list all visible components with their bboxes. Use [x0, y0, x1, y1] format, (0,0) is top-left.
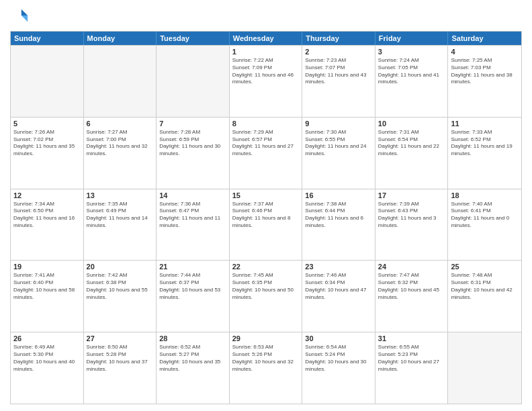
- cell-date-number: 31: [378, 334, 445, 342]
- cell-date-number: 6: [87, 120, 154, 128]
- calendar-cell: [448, 332, 521, 404]
- header-day-saturday: Saturday: [448, 32, 521, 45]
- page: SundayMondayTuesdayWednesdayThursdayFrid…: [0, 0, 532, 411]
- svg-marker-1: [21, 15, 28, 21]
- calendar-cell: 10Sunrise: 7:31 AMSunset: 6:54 PMDayligh…: [375, 118, 449, 189]
- calendar-cell: 22Sunrise: 7:45 AMSunset: 6:35 PMDayligh…: [230, 261, 303, 332]
- cell-info: Sunrise: 7:29 AMSunset: 6:57 PMDaylight:…: [232, 129, 300, 158]
- cell-date-number: 7: [159, 120, 226, 128]
- cell-info: Sunrise: 6:50 AMSunset: 5:28 PMDaylight:…: [87, 344, 154, 373]
- cell-date-number: 30: [305, 334, 372, 342]
- logo: [10, 7, 32, 26]
- calendar-row-1: 1Sunrise: 7:22 AMSunset: 7:09 PMDaylight…: [11, 45, 521, 117]
- calendar-cell: 26Sunrise: 6:49 AMSunset: 5:30 PMDayligh…: [11, 332, 84, 404]
- calendar-cell: 6Sunrise: 7:27 AMSunset: 7:00 PMDaylight…: [84, 118, 157, 189]
- calendar-cell: 31Sunrise: 6:55 AMSunset: 5:23 PMDayligh…: [375, 332, 449, 404]
- calendar-cell: [157, 46, 230, 117]
- cell-date-number: 20: [87, 263, 154, 271]
- calendar-row-2: 5Sunrise: 7:26 AMSunset: 7:02 PMDaylight…: [11, 117, 521, 189]
- cell-date-number: 18: [451, 191, 519, 199]
- cell-date-number: 23: [305, 263, 372, 271]
- cell-date-number: 13: [87, 191, 154, 199]
- cell-date-number: 3: [378, 48, 445, 56]
- cell-info: Sunrise: 7:34 AMSunset: 6:50 PMDaylight:…: [13, 201, 81, 230]
- cell-date-number: 1: [232, 48, 300, 56]
- header-day-monday: Monday: [84, 32, 157, 45]
- calendar-cell: 9Sunrise: 7:30 AMSunset: 6:55 PMDaylight…: [302, 118, 375, 189]
- cell-date-number: 15: [232, 191, 300, 199]
- cell-date-number: 17: [378, 191, 445, 199]
- calendar-cell: 15Sunrise: 7:37 AMSunset: 6:46 PMDayligh…: [230, 189, 303, 261]
- cell-info: Sunrise: 7:31 AMSunset: 6:54 PMDaylight:…: [378, 129, 445, 158]
- calendar-row-5: 26Sunrise: 6:49 AMSunset: 5:30 PMDayligh…: [11, 332, 521, 404]
- calendar-cell: 18Sunrise: 7:40 AMSunset: 6:41 PMDayligh…: [448, 189, 521, 261]
- calendar-cell: 11Sunrise: 7:33 AMSunset: 6:52 PMDayligh…: [448, 118, 521, 189]
- calendar-cell: 23Sunrise: 7:46 AMSunset: 6:34 PMDayligh…: [302, 261, 375, 332]
- cell-date-number: 19: [13, 263, 81, 271]
- cell-info: Sunrise: 7:37 AMSunset: 6:46 PMDaylight:…: [232, 201, 300, 230]
- cell-info: Sunrise: 7:40 AMSunset: 6:41 PMDaylight:…: [451, 201, 519, 230]
- calendar: SundayMondayTuesdayWednesdayThursdayFrid…: [10, 31, 522, 404]
- calendar-cell: 1Sunrise: 7:22 AMSunset: 7:09 PMDaylight…: [230, 46, 303, 117]
- calendar-cell: 30Sunrise: 6:54 AMSunset: 5:24 PMDayligh…: [302, 332, 375, 404]
- cell-info: Sunrise: 7:46 AMSunset: 6:34 PMDaylight:…: [305, 272, 372, 301]
- cell-date-number: 4: [451, 48, 519, 56]
- cell-info: Sunrise: 7:42 AMSunset: 6:38 PMDaylight:…: [87, 272, 154, 301]
- cell-info: Sunrise: 7:26 AMSunset: 7:02 PMDaylight:…: [13, 129, 81, 158]
- calendar-cell: 29Sunrise: 6:53 AMSunset: 5:26 PMDayligh…: [230, 332, 303, 404]
- calendar-header: SundayMondayTuesdayWednesdayThursdayFrid…: [11, 32, 521, 45]
- cell-date-number: 26: [13, 334, 81, 342]
- cell-date-number: 28: [159, 334, 226, 342]
- cell-info: Sunrise: 7:25 AMSunset: 7:03 PMDaylight:…: [451, 57, 519, 86]
- calendar-row-4: 19Sunrise: 7:41 AMSunset: 6:40 PMDayligh…: [11, 260, 521, 332]
- calendar-cell: 7Sunrise: 7:28 AMSunset: 6:59 PMDaylight…: [157, 118, 230, 189]
- cell-info: Sunrise: 7:47 AMSunset: 6:32 PMDaylight:…: [378, 272, 445, 301]
- cell-date-number: 8: [232, 120, 300, 128]
- cell-info: Sunrise: 7:22 AMSunset: 7:09 PMDaylight:…: [232, 57, 300, 86]
- calendar-cell: 21Sunrise: 7:44 AMSunset: 6:37 PMDayligh…: [157, 261, 230, 332]
- header-day-tuesday: Tuesday: [157, 32, 230, 45]
- cell-date-number: 24: [378, 263, 445, 271]
- cell-info: Sunrise: 7:35 AMSunset: 6:49 PMDaylight:…: [87, 201, 154, 230]
- cell-info: Sunrise: 6:49 AMSunset: 5:30 PMDaylight:…: [13, 344, 81, 373]
- calendar-cell: [11, 46, 84, 117]
- cell-date-number: 25: [451, 263, 519, 271]
- cell-info: Sunrise: 6:52 AMSunset: 5:27 PMDaylight:…: [159, 344, 226, 373]
- calendar-cell: 8Sunrise: 7:29 AMSunset: 6:57 PMDaylight…: [230, 118, 303, 189]
- cell-date-number: 12: [13, 191, 81, 199]
- cell-date-number: 9: [305, 120, 372, 128]
- cell-date-number: 5: [13, 120, 81, 128]
- cell-date-number: 27: [87, 334, 154, 342]
- calendar-cell: 3Sunrise: 7:24 AMSunset: 7:05 PMDaylight…: [375, 46, 449, 117]
- cell-info: Sunrise: 7:36 AMSunset: 6:47 PMDaylight:…: [159, 201, 226, 230]
- cell-info: Sunrise: 7:41 AMSunset: 6:40 PMDaylight:…: [13, 272, 81, 301]
- cell-info: Sunrise: 7:28 AMSunset: 6:59 PMDaylight:…: [159, 129, 226, 158]
- calendar-cell: 24Sunrise: 7:47 AMSunset: 6:32 PMDayligh…: [375, 261, 449, 332]
- cell-date-number: 22: [232, 263, 300, 271]
- cell-date-number: 11: [451, 120, 519, 128]
- logo-icon: [10, 7, 29, 26]
- calendar-cell: 2Sunrise: 7:23 AMSunset: 7:07 PMDaylight…: [302, 46, 375, 117]
- calendar-cell: 20Sunrise: 7:42 AMSunset: 6:38 PMDayligh…: [84, 261, 157, 332]
- calendar-cell: 13Sunrise: 7:35 AMSunset: 6:49 PMDayligh…: [84, 189, 157, 261]
- cell-info: Sunrise: 6:53 AMSunset: 5:26 PMDaylight:…: [232, 344, 300, 373]
- calendar-cell: 12Sunrise: 7:34 AMSunset: 6:50 PMDayligh…: [11, 189, 84, 261]
- cell-info: Sunrise: 7:45 AMSunset: 6:35 PMDaylight:…: [232, 272, 300, 301]
- cell-info: Sunrise: 7:33 AMSunset: 6:52 PMDaylight:…: [451, 129, 519, 158]
- cell-info: Sunrise: 6:54 AMSunset: 5:24 PMDaylight:…: [305, 344, 372, 373]
- cell-date-number: 21: [159, 263, 226, 271]
- cell-info: Sunrise: 7:23 AMSunset: 7:07 PMDaylight:…: [305, 57, 372, 86]
- cell-date-number: 29: [232, 334, 300, 342]
- cell-info: Sunrise: 7:44 AMSunset: 6:37 PMDaylight:…: [159, 272, 226, 301]
- calendar-cell: 28Sunrise: 6:52 AMSunset: 5:27 PMDayligh…: [157, 332, 230, 404]
- calendar-cell: 4Sunrise: 7:25 AMSunset: 7:03 PMDaylight…: [448, 46, 521, 117]
- cell-info: Sunrise: 7:48 AMSunset: 6:31 PMDaylight:…: [451, 272, 519, 301]
- calendar-cell: 14Sunrise: 7:36 AMSunset: 6:47 PMDayligh…: [157, 189, 230, 261]
- cell-info: Sunrise: 7:24 AMSunset: 7:05 PMDaylight:…: [378, 57, 445, 86]
- cell-info: Sunrise: 6:55 AMSunset: 5:23 PMDaylight:…: [378, 344, 445, 373]
- calendar-cell: [84, 46, 157, 117]
- cell-info: Sunrise: 7:38 AMSunset: 6:44 PMDaylight:…: [305, 201, 372, 230]
- cell-date-number: 2: [305, 48, 372, 56]
- cell-date-number: 14: [159, 191, 226, 199]
- cell-info: Sunrise: 7:39 AMSunset: 6:43 PMDaylight:…: [378, 201, 445, 230]
